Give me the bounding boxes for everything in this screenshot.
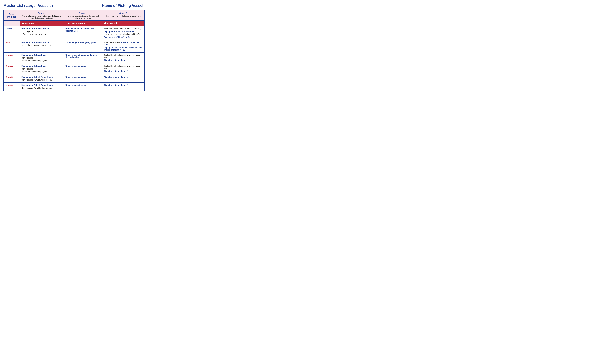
muster-point-title: Muster point 3. Fish Room Hatch [21, 84, 62, 86]
abandon-ship-detail: Deploy life raft to lee side of vessel, … [104, 65, 143, 69]
muster-point-cell: Muster point 2. Boat DeckDon lifejacket.… [20, 52, 64, 64]
emergency-parties-cell: Take charge of emergency parties. [64, 40, 102, 52]
abandon-ship-detail: Deploy EPIRB and portable VHF. [104, 30, 143, 32]
abandon-ship-detail: Deploy life raft to lee side of vessel, … [104, 54, 143, 58]
abandon-ship-detail: Issue Verbal command Broadcast Mayday. [104, 27, 143, 30]
muster-point-detail: Don lifejacket Await further orders. [21, 87, 62, 89]
abandon-ship-detail: Abandon ship to liferaft 1. [104, 76, 143, 78]
abandon-ship-cell: Deploy life raft to lee side of vessel, … [102, 64, 144, 74]
abandon-ship-detail: Abandon ship to liferaft 2. [104, 70, 143, 72]
col3-header: Stage 2 Form work parties to save the sh… [64, 10, 102, 21]
crew-member-cell: Bunk 5 [4, 74, 20, 83]
col1-header: Crew Member [4, 10, 20, 21]
table-row: SkipperMuster point 1. Wheel HouseDon li… [4, 26, 144, 40]
table-header-row: Crew Member Stage 1 Muster at muster sta… [4, 10, 144, 21]
subheader-col1 [4, 21, 20, 26]
page-title: Muster List (Larger Vessels) [3, 3, 53, 8]
abandon-ship-detail: Deploy first aid kit, flares, SART and t… [104, 46, 143, 51]
abandon-ship-detail: Abandon ship to liferaft 1. [104, 59, 143, 61]
table-row: MateMuster point 1. Wheel HouseDon lifej… [4, 40, 144, 52]
abandon-ship-cell: Broadcast to crew, abandon ship to life … [102, 40, 144, 52]
abandon-ship-detail: Abandon ship to liferaft 2. [104, 84, 143, 86]
abandon-ship-detail: Take charge of liferaft No 1. [104, 36, 143, 38]
col4-header: Stage 3 Abandon ship on verbal order of … [102, 10, 144, 21]
muster-point-title: Muster point 1. Wheel House [21, 27, 62, 30]
crew-member-cell: Bunk 3 [4, 52, 20, 64]
muster-point-title: Muster point 2. Boat Deck [21, 54, 62, 56]
emergency-parties-title: Under mates direction. [65, 65, 100, 67]
abandon-ship-cell: Abandon ship to liferaft 2. [102, 83, 144, 91]
table-row: Bunk 6Muster point 3. Fish Room HatchDon… [4, 83, 144, 91]
muster-point-cell: Muster point 3. Fish Room HatchDon lifej… [20, 74, 64, 83]
emergency-parties-title: Maintain communications with Coastguards… [65, 27, 100, 32]
emergency-parties-cell: Under mates direction. [64, 74, 102, 83]
muster-point-detail: Ready life rafts for deployment. [21, 60, 62, 62]
subheader-col4: Abandon Ship [102, 21, 144, 26]
crew-member-cell: Skipper [4, 26, 20, 40]
subheader-col2: Muster Point [20, 21, 64, 26]
muster-point-title: Muster point 2. Boat Deck [21, 65, 62, 67]
table-row: Bunk 5Muster point 3. Fish Room HatchDon… [4, 74, 144, 83]
col2-header: Stage 1 Muster at muster station with wa… [20, 10, 64, 21]
muster-point-title: Muster point 1. Wheel House [21, 41, 62, 44]
muster-point-detail: Don lifejacket. [21, 68, 62, 70]
emergency-parties-title: Under mates direction. [65, 84, 100, 86]
muster-point-cell: Muster point 1. Wheel HouseDon lifejacke… [20, 40, 64, 52]
vessel-name-label: Name of Fishing Vessel: [102, 3, 145, 8]
crew-member-cell: Bunk 6 [4, 83, 20, 91]
muster-point-cell: Muster point 3. Fish Room HatchDon lifej… [20, 83, 64, 91]
muster-point-detail: Don lifejacket Account for all crew. [21, 44, 62, 46]
muster-point-detail: Ready life rafts for deployment. [21, 71, 62, 73]
abandon-ship-cell: Abandon ship to liferaft 1. [102, 74, 144, 83]
emergency-parties-cell: Under mates direction undertake first ai… [64, 52, 102, 64]
page-header: Muster List (Larger Vessels) Name of Fis… [3, 3, 145, 8]
muster-point-cell: Muster point 2. Boat DeckDon lifejacket.… [20, 64, 64, 74]
muster-point-detail: Don lifejacket. [21, 30, 62, 32]
table-body: SkipperMuster point 1. Wheel HouseDon li… [4, 26, 144, 91]
table-row: Bunk 3Muster point 2. Boat DeckDon lifej… [4, 52, 144, 64]
abandon-ship-detail: Broadcast to crew, abandon ship to life … [104, 41, 143, 46]
table-subheader-row: Muster Point Emergency Parties Abandon S… [4, 21, 144, 26]
muster-point-detail: Inform Coastguard by radio. [21, 33, 62, 35]
muster-point-detail: Don lifejacket Await further orders. [21, 79, 62, 81]
emergency-parties-title: Under mates direction undertake first ai… [65, 54, 100, 58]
muster-point-detail: Don lifejacket. [21, 57, 62, 59]
abandon-ship-cell: Deploy life raft to lee side of vessel, … [102, 52, 144, 64]
emergency-parties-title: Take charge of emergency parties. [65, 41, 100, 44]
emergency-parties-title: Under mates direction. [65, 76, 100, 78]
subheader-col3: Emergency Parties [64, 21, 102, 26]
muster-point-cell: Muster point 1. Wheel HouseDon lifejacke… [20, 26, 64, 40]
table-row: Bunk 4Muster point 2. Boat DeckDon lifej… [4, 64, 144, 74]
muster-table: Crew Member Stage 1 Muster at muster sta… [3, 10, 145, 91]
muster-point-title: Muster point 3. Fish Room Hatch [21, 76, 62, 78]
abandon-ship-detail: Ensure all crew has embarked to life raf… [104, 33, 143, 35]
crew-member-cell: Mate [4, 40, 20, 52]
emergency-parties-cell: Under mates direction. [64, 83, 102, 91]
abandon-ship-cell: Issue Verbal command Broadcast Mayday.De… [102, 26, 144, 40]
crew-member-cell: Bunk 4 [4, 64, 20, 74]
emergency-parties-cell: Maintain communications with Coastguards… [64, 26, 102, 40]
emergency-parties-cell: Under mates direction. [64, 64, 102, 74]
